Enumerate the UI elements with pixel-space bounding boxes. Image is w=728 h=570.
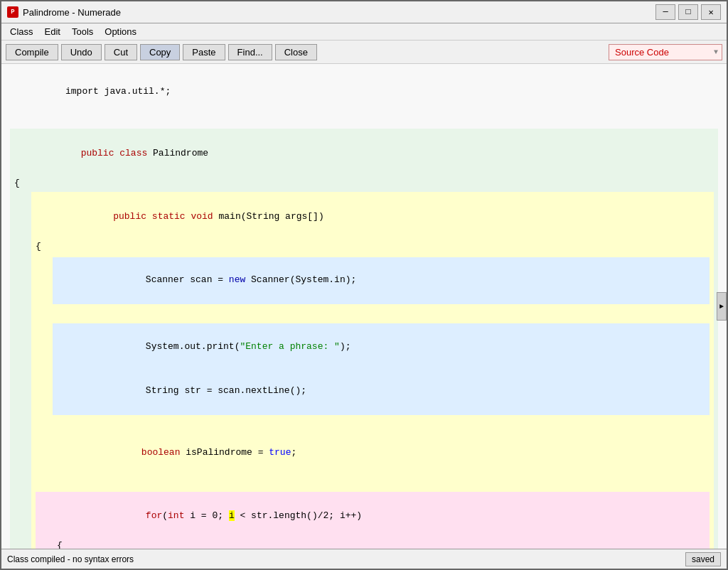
title-bar-left: P Palindrome - Numerade	[7, 6, 121, 18]
code-line-12: boolean isPalindrome = true;	[53, 431, 710, 475]
find-button[interactable]: Find...	[228, 44, 272, 60]
code-line-13	[36, 475, 710, 490]
editor-content: import java.util.*; public class Palindr…	[1, 64, 727, 549]
menu-tools[interactable]: Tools	[66, 25, 99, 38]
minimize-button[interactable]: —	[655, 4, 675, 20]
code-line-7: Scanner scan = new Scanner(System.in);	[57, 259, 705, 303]
menu-class[interactable]: Class	[4, 25, 39, 38]
code-line-11	[36, 416, 710, 431]
code-line-6: {	[36, 240, 710, 254]
for-loop-block: for(int i = 0; i < str.length()/2; i++) …	[36, 492, 710, 549]
editor-scroll-area[interactable]: import java.util.*; public class Palindr…	[1, 64, 727, 549]
menu-options[interactable]: Options	[99, 25, 142, 38]
class-block: public class Palindrome { public static …	[10, 129, 718, 549]
menu-bar: Class Edit Tools Options	[1, 23, 727, 41]
print-block: System.out.print("Enter a phrase: "); St…	[53, 323, 710, 415]
status-bar: Class compiled - no syntax errors saved	[1, 549, 727, 569]
compile-button[interactable]: Compile	[6, 44, 58, 60]
paste-button[interactable]: Paste	[183, 44, 225, 60]
code-line-9: System.out.print("Enter a phrase: ");	[57, 325, 705, 369]
view-dropdown[interactable]: Source Code Compiled	[609, 44, 722, 60]
close-file-button[interactable]: Close	[275, 44, 317, 60]
icon-text: P	[11, 9, 14, 16]
code-line-10: String str = scan.nextLine();	[57, 369, 705, 413]
code-line-15: {	[40, 539, 705, 549]
app-icon: P	[7, 6, 18, 18]
scanner-block: Scanner scan = new Scanner(System.in);	[53, 257, 710, 304]
view-dropdown-wrapper: Source Code Compiled ▼	[609, 44, 722, 60]
code-line-14: for(int i = 0; i < str.length()/2; i++)	[40, 495, 705, 539]
saved-indicator: saved	[685, 552, 721, 566]
code-line-1: import java.util.*;	[10, 70, 718, 114]
window-title: Palindrome - Numerade	[23, 7, 121, 18]
editor-wrapper: import java.util.*; public class Palindr…	[1, 64, 727, 549]
boolean-line: boolean isPalindrome = true;	[53, 431, 710, 475]
code-line-5: public static void main(String args[])	[36, 195, 710, 239]
code-line-8	[36, 307, 710, 322]
cut-button[interactable]: Cut	[105, 44, 137, 60]
code-line-2	[10, 114, 718, 129]
toolbar: Compile Undo Cut Copy Paste Find... Clos…	[1, 41, 727, 64]
menu-edit[interactable]: Edit	[39, 25, 66, 38]
collapse-panel-button[interactable]: ►	[717, 292, 727, 321]
maximize-button[interactable]: □	[678, 4, 698, 20]
undo-button[interactable]: Undo	[61, 44, 102, 60]
code-line-3: public class Palindrome	[14, 131, 714, 176]
code-line-4: {	[14, 176, 714, 191]
copy-button[interactable]: Copy	[140, 44, 180, 60]
window-frame: P Palindrome - Numerade — □ ✕ Class Edit…	[0, 0, 728, 570]
collapse-arrow-icon: ►	[719, 303, 724, 311]
close-button[interactable]: ✕	[701, 4, 721, 20]
title-bar: P Palindrome - Numerade — □ ✕	[1, 1, 727, 23]
title-bar-buttons: — □ ✕	[655, 4, 721, 20]
status-text: Class compiled - no syntax errors	[7, 554, 134, 564]
main-method-block: public static void main(String args[]) {…	[31, 192, 714, 549]
